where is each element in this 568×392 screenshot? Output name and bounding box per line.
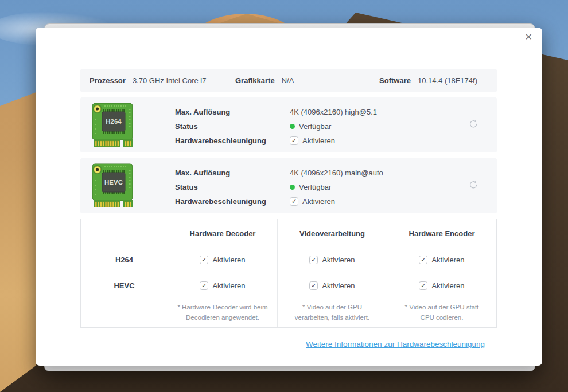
- resolution-label: Max. Auflösung: [175, 168, 290, 177]
- status-available-dot: [290, 124, 295, 129]
- checkbox-label: Aktivieren: [431, 281, 464, 290]
- processor-label: Prozessor: [90, 76, 126, 85]
- checkbox-check-icon: ✓: [290, 136, 298, 145]
- checkbox-label: Aktivieren: [431, 256, 464, 264]
- resolution-row: Max. Auflösung 4K (4096x2160) high@5.1: [175, 105, 377, 119]
- status-value: Verfügbar: [299, 122, 331, 131]
- hevc-encoder-checkbox[interactable]: ✓ Aktivieren: [419, 281, 464, 290]
- hevc-refresh-icon[interactable]: [468, 180, 478, 190]
- software-info: Software 10.14.4 (18E174f): [379, 76, 477, 85]
- close-icon[interactable]: ✕: [520, 29, 538, 46]
- checkbox-check-icon: ✓: [309, 256, 318, 264]
- footnote-processing: * Video auf der GPU verarbeiten, falls a…: [277, 299, 387, 327]
- status-label: Status: [175, 183, 290, 191]
- footnote-decoder: * Hardware-Decoder wird beim Decodieren …: [168, 299, 277, 327]
- checkbox-check-icon: ✓: [200, 281, 208, 290]
- resolution-label: Max. Auflösung: [175, 108, 290, 116]
- status-row: Status Verfügbar: [175, 180, 383, 194]
- software-value: 10.14.4 (18E174f): [418, 76, 477, 85]
- checkbox-label: Aktivieren: [302, 197, 335, 206]
- hevc-chip-label: HEVC: [104, 179, 123, 186]
- checkbox-label: Aktivieren: [322, 256, 355, 264]
- footnote-encoder: * Video auf der GPU statt CPU codieren.: [387, 299, 496, 327]
- column-header-videoverarbeitung: Videoverarbeitung: [277, 219, 387, 247]
- h264-chip-label: H264: [106, 118, 122, 125]
- checkbox-label: Aktivieren: [302, 136, 335, 145]
- h264-refresh-icon[interactable]: [468, 119, 478, 130]
- resolution-value: 4K (4096x2160) high@5.1: [290, 108, 377, 116]
- codec-card-hevc: HEVC Max. Auflösung 4K (4096x2160) main@…: [80, 158, 497, 213]
- checkbox-label: Aktivieren: [212, 256, 245, 264]
- software-label: Software: [379, 76, 411, 85]
- status-row: Status Verfügbar: [175, 119, 377, 134]
- checkbox-label: Aktivieren: [212, 281, 245, 290]
- column-header-hardware-decoder: Hardware Decoder: [168, 219, 277, 247]
- checkbox-label: Aktivieren: [322, 281, 355, 290]
- desktop: ✕ Hardwarebeschleunigung Prozessor 3.70 …: [0, 0, 568, 392]
- graphics-info: Grafikkarte N/A: [235, 76, 294, 85]
- hevc-chip-icon: HEVC: [91, 163, 134, 211]
- processor-value: 3.70 GHz Intel Core i7: [133, 76, 207, 85]
- status-label: Status: [175, 122, 290, 131]
- acceleration-label: Hardwarebeschleunigung: [175, 136, 290, 145]
- checkbox-check-icon: ✓: [309, 281, 318, 290]
- more-info-link[interactable]: Weitere Informationen zur Hardwarebeschl…: [306, 340, 485, 348]
- table-corner-cell: [81, 219, 168, 247]
- hevc-processing-checkbox[interactable]: ✓ Aktivieren: [309, 281, 355, 290]
- resolution-value: 4K (4096x2160) main@auto: [290, 168, 383, 177]
- h264-decoder-checkbox[interactable]: ✓ Aktivieren: [200, 256, 245, 264]
- graphics-label: Grafikkarte: [235, 76, 275, 85]
- status-value: Verfügbar: [299, 183, 331, 191]
- checkbox-check-icon: ✓: [200, 256, 208, 264]
- row-label-h264: H264: [81, 247, 168, 272]
- h264-acceleration-checkbox[interactable]: ✓ Aktivieren: [290, 136, 335, 145]
- checkbox-check-icon: ✓: [419, 281, 427, 290]
- status-available-dot: [290, 185, 295, 190]
- acceleration-row: Hardwarebeschleunigung ✓ Aktivieren: [175, 194, 383, 209]
- h264-encoder-checkbox[interactable]: ✓ Aktivieren: [419, 256, 464, 264]
- h264-chip-icon: H264: [91, 102, 134, 150]
- system-info-bar: Prozessor 3.70 GHz Intel Core i7 Grafikk…: [80, 69, 497, 92]
- resolution-row: Max. Auflösung 4K (4096x2160) main@auto: [175, 166, 383, 180]
- hevc-decoder-checkbox[interactable]: ✓ Aktivieren: [200, 281, 245, 290]
- column-header-hardware-encoder: Hardware Encoder: [387, 219, 496, 247]
- capability-table: Hardware Decoder Videoverarbeitung Hardw…: [80, 219, 497, 328]
- h264-processing-checkbox[interactable]: ✓ Aktivieren: [309, 256, 355, 264]
- codec-card-h264: H264 Max. Auflösung 4K (4096x2160) high@…: [80, 97, 497, 152]
- hardware-acceleration-dialog: ✕ Hardwarebeschleunigung Prozessor 3.70 …: [36, 28, 542, 366]
- row-label-hevc: HEVC: [81, 272, 168, 299]
- acceleration-row: Hardwarebeschleunigung ✓ Aktivieren: [175, 134, 377, 148]
- hevc-acceleration-checkbox[interactable]: ✓ Aktivieren: [290, 197, 335, 206]
- acceleration-label: Hardwarebeschleunigung: [175, 197, 290, 206]
- checkbox-check-icon: ✓: [290, 197, 298, 206]
- checkbox-check-icon: ✓: [419, 256, 427, 264]
- processor-info: Prozessor 3.70 GHz Intel Core i7: [90, 76, 207, 85]
- graphics-value: N/A: [282, 76, 294, 85]
- footnote-empty-cell: [81, 299, 168, 327]
